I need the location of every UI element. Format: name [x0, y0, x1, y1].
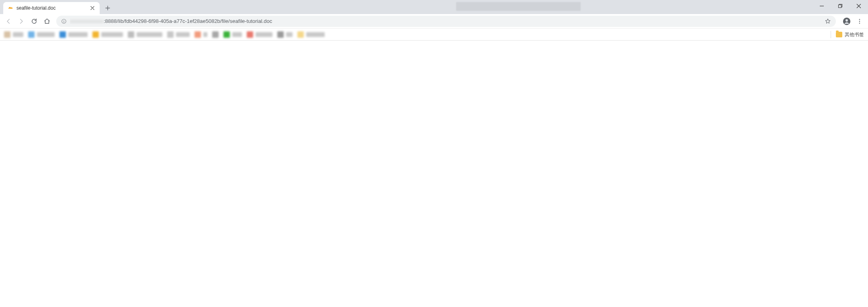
svg-rect-0	[839, 5, 841, 8]
window-close-button[interactable]	[850, 0, 868, 12]
window-controls	[813, 0, 868, 14]
bookmark-favicon	[59, 31, 66, 38]
profile-button[interactable]	[841, 15, 853, 27]
other-bookmarks-folder[interactable]: 其他书签	[836, 29, 864, 41]
svg-point-2	[63, 20, 64, 20]
bookmark-favicon	[92, 31, 99, 38]
bookmark-label	[13, 32, 23, 37]
bookmark-item[interactable]	[167, 31, 190, 38]
folder-icon	[836, 32, 842, 37]
new-tab-button[interactable]	[102, 2, 113, 14]
reload-button[interactable]	[28, 15, 40, 27]
svg-point-5	[859, 19, 860, 20]
bookmark-label	[306, 32, 325, 37]
chrome-menu-button[interactable]	[854, 15, 866, 27]
bookmark-item[interactable]	[194, 31, 207, 38]
browser-tab[interactable]: seafile-tutorial.doc	[3, 2, 100, 14]
bookmark-item[interactable]	[92, 31, 123, 38]
tab-close-button[interactable]	[89, 5, 96, 11]
url-obscured: xxxxxxxxxxxx	[70, 18, 104, 24]
bookmark-favicon	[28, 31, 35, 38]
bookmark-label	[37, 32, 55, 37]
bookmark-favicon	[247, 31, 253, 38]
bookmark-item[interactable]	[128, 31, 162, 38]
back-button[interactable]	[2, 15, 14, 27]
obscured-region	[456, 2, 581, 11]
bookmark-item[interactable]	[297, 31, 325, 38]
bookmark-favicon	[277, 31, 284, 38]
bookmark-item[interactable]	[223, 31, 242, 38]
bookmark-favicon	[128, 31, 134, 38]
bookmarks-bar: 其他书签	[0, 29, 868, 41]
other-bookmarks-label: 其他书签	[845, 31, 864, 38]
window-maximize-button[interactable]	[831, 0, 850, 12]
forward-button[interactable]	[15, 15, 27, 27]
bookmark-label	[176, 32, 190, 37]
url-visible: :8888/lib/fdb44298-6f98-405a-a77c-1ef28a…	[104, 18, 272, 24]
bookmark-item[interactable]	[247, 31, 272, 38]
bookmark-favicon	[194, 31, 201, 38]
svg-point-6	[859, 20, 860, 21]
bookmark-label	[203, 32, 207, 37]
bookmark-favicon	[212, 31, 219, 38]
bookmark-item[interactable]	[59, 31, 88, 38]
bookmark-label	[232, 32, 242, 37]
bookmark-favicon	[223, 31, 230, 38]
bookmark-favicon	[167, 31, 174, 38]
bookmark-item[interactable]	[212, 31, 219, 38]
address-bar[interactable]: xxxxxxxxxxxx:8888/lib/fdb44298-6f98-405a…	[56, 16, 836, 27]
svg-point-4	[845, 19, 848, 21]
tab-strip: seafile-tutorial.doc	[0, 0, 868, 14]
tab-title: seafile-tutorial.doc	[16, 5, 86, 11]
home-button[interactable]	[41, 15, 53, 27]
bookmark-star-icon[interactable]	[825, 18, 831, 25]
seafile-icon	[7, 5, 14, 11]
bookmark-label	[137, 32, 162, 37]
window-minimize-button[interactable]	[813, 0, 831, 12]
bookmark-label	[101, 32, 123, 37]
svg-point-7	[859, 23, 860, 23]
bookmark-label	[286, 32, 293, 37]
bookmark-item[interactable]	[28, 31, 55, 38]
bookmark-favicon	[297, 31, 304, 38]
bookmark-favicon	[4, 31, 10, 38]
bookmark-label	[256, 32, 272, 37]
bookmark-label	[68, 32, 88, 37]
bookmark-item[interactable]	[277, 31, 293, 38]
separator	[831, 31, 831, 38]
url-text: xxxxxxxxxxxx:8888/lib/fdb44298-6f98-405a…	[70, 18, 821, 24]
site-info-icon[interactable]	[61, 18, 67, 24]
bookmark-item[interactable]	[4, 31, 23, 38]
toolbar: xxxxxxxxxxxx:8888/lib/fdb44298-6f98-405a…	[0, 14, 868, 29]
